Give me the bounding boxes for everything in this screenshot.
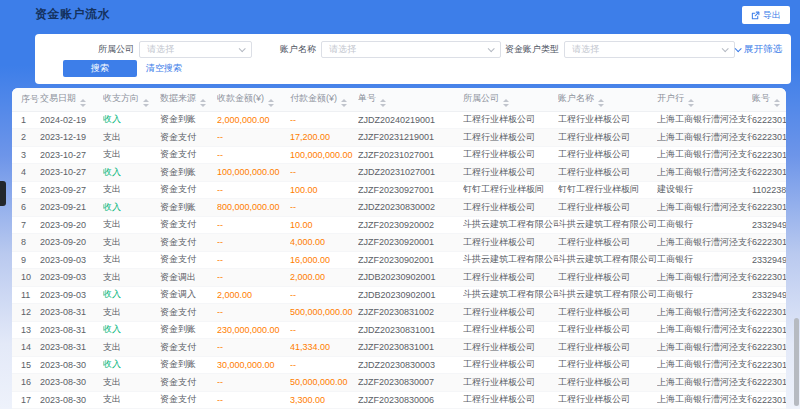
- cell-company: 工程行业样板公司: [463, 374, 558, 392]
- filter-select[interactable]: 请选择: [139, 41, 252, 58]
- column-header-source[interactable]: 数据来源: [160, 88, 217, 111]
- column-header-card[interactable]: 账号: [752, 88, 786, 111]
- cell-company: 斗拱云建筑工程有限公司: [463, 286, 558, 304]
- cell-date: 2023-12-19: [40, 129, 103, 147]
- cell-receive: --: [217, 391, 290, 409]
- sort-icon[interactable]: [503, 99, 509, 107]
- cell-direction: 收入: [103, 356, 160, 374]
- vertical-scrollbar[interactable]: [794, 318, 799, 406]
- sort-icon[interactable]: [688, 99, 694, 107]
- chevron-down-icon: [735, 45, 742, 52]
- cell-no: 2: [12, 129, 40, 147]
- column-header-bank[interactable]: 开户行: [657, 88, 752, 111]
- cell-source: 资金调出: [160, 269, 217, 287]
- table-row: 142023-08-31支出资金支付--41,334.00ZJZF2023083…: [12, 339, 786, 357]
- sort-icon[interactable]: [200, 99, 206, 107]
- cell-direction: 支出: [103, 269, 160, 287]
- cell-pay: 100,000,000.00: [290, 146, 358, 164]
- cell-company: 工程行业样板公司: [463, 339, 558, 357]
- cell-account: 钉钉工程行业样板间: [558, 181, 657, 199]
- cell-receive: --: [217, 251, 290, 269]
- filter-group-2: 账户名称请选择: [280, 41, 501, 58]
- cell-order: ZJDZ20230830002: [358, 199, 463, 217]
- cell-source: 资金支付: [160, 129, 217, 147]
- sort-icon[interactable]: [380, 99, 386, 107]
- cell-bank: 上海工商银行漕河泾支行: [657, 321, 752, 339]
- cell-date: 2024-02-19: [40, 111, 103, 129]
- chevron-down-icon: [239, 45, 246, 52]
- cell-source: 资金到账: [160, 111, 217, 129]
- expand-filter-link[interactable]: 展开筛选: [735, 43, 782, 56]
- column-header-company[interactable]: 所属公司: [463, 88, 558, 111]
- cell-no: 16: [12, 374, 40, 392]
- filter-select[interactable]: 请选择: [321, 41, 501, 58]
- filter-label: 资金账户类型: [505, 43, 559, 56]
- filter-select[interactable]: 请选择: [564, 41, 735, 58]
- cell-pay: 10.00: [290, 216, 358, 234]
- cell-order: ZJZF20230902001: [358, 251, 463, 269]
- cell-direction: 支出: [103, 234, 160, 252]
- column-header-date[interactable]: 交易日期: [40, 88, 103, 111]
- table-row: 22023-12-19支出资金支付--17,200.00ZJZF20231219…: [12, 129, 786, 147]
- cell-card: 622230111: [752, 199, 786, 217]
- table-row: 42023-10-27收入资金到账100,000,000.00--ZJDZ202…: [12, 164, 786, 182]
- cell-direction: 收入: [103, 286, 160, 304]
- sort-icon[interactable]: [268, 99, 274, 107]
- cell-receive: --: [217, 181, 290, 199]
- cell-direction: 支出: [103, 146, 160, 164]
- select-placeholder: 请选择: [147, 43, 239, 56]
- clear-search-button[interactable]: 清空搜索: [146, 62, 182, 75]
- cell-bank: 工商银行: [657, 286, 752, 304]
- table-row: 132023-08-31收入资金到账230,000,000.00--ZJDZ20…: [12, 321, 786, 339]
- cell-receive: --: [217, 374, 290, 392]
- filter-group-1: 所属公司请选择: [98, 41, 252, 58]
- cell-account: 工程行业样板公司: [558, 129, 657, 147]
- cell-card: 622230111: [752, 391, 786, 409]
- column-header-account[interactable]: 账户名称: [558, 88, 657, 111]
- column-header-pay[interactable]: 付款金额(¥): [290, 88, 358, 111]
- sort-icon[interactable]: [341, 99, 347, 107]
- sort-icon[interactable]: [143, 99, 149, 107]
- cell-no: 10: [12, 269, 40, 287]
- sidebar-handle[interactable]: [0, 181, 6, 206]
- export-button[interactable]: 导出: [742, 6, 790, 24]
- cell-account: 工程行业样板公司: [558, 164, 657, 182]
- cell-card: 622230111: [752, 374, 786, 392]
- cell-source: 资金支付: [160, 304, 217, 322]
- cell-direction: 支出: [103, 374, 160, 392]
- cell-pay: 500,000,000.00: [290, 304, 358, 322]
- cell-source: 资金调入: [160, 286, 217, 304]
- cell-pay: 16,000.00: [290, 251, 358, 269]
- cell-bank: 上海工商银行漕河泾支行: [657, 129, 752, 147]
- page-title: 资金账户流水: [35, 6, 110, 23]
- cell-pay: 3,300.00: [290, 391, 358, 409]
- search-button[interactable]: 搜索: [63, 60, 137, 77]
- cell-date: 2023-09-20: [40, 234, 103, 252]
- cell-company: 工程行业样板公司: [463, 199, 558, 217]
- sort-icon[interactable]: [598, 99, 604, 107]
- cell-date: 2023-09-27: [40, 181, 103, 199]
- cell-account: 工程行业样板公司: [558, 304, 657, 322]
- cell-bank: 上海工商银行漕河泾支行: [657, 391, 752, 409]
- cell-account: 工程行业样板公司: [558, 269, 657, 287]
- column-header-direction[interactable]: 收支方向: [103, 88, 160, 111]
- cell-card: 23329499: [752, 251, 786, 269]
- sort-icon[interactable]: [774, 99, 780, 107]
- cell-bank: 上海工商银行漕河泾支行: [657, 269, 752, 287]
- cell-source: 资金支付: [160, 251, 217, 269]
- cell-card: 110223825: [752, 181, 786, 199]
- cell-card: 622230111: [752, 234, 786, 252]
- cell-date: 2023-08-31: [40, 339, 103, 357]
- sort-icon[interactable]: [80, 99, 86, 107]
- column-header-receive[interactable]: 收款金额(¥): [217, 88, 290, 111]
- cell-receive: --: [217, 234, 290, 252]
- cell-company: 斗拱云建筑工程有限公司: [463, 216, 558, 234]
- cell-account: 工程行业样板公司: [558, 234, 657, 252]
- cell-company: 钉钉工程行业样板间: [463, 181, 558, 199]
- column-header-order[interactable]: 单号: [358, 88, 463, 111]
- cell-account: 工程行业样板公司: [558, 146, 657, 164]
- cell-pay: --: [290, 199, 358, 217]
- table-row: 122023-08-31支出资金支付--500,000,000.00ZJZF20…: [12, 304, 786, 322]
- cell-bank: 上海工商银行漕河泾支行: [657, 234, 752, 252]
- cell-no: 5: [12, 181, 40, 199]
